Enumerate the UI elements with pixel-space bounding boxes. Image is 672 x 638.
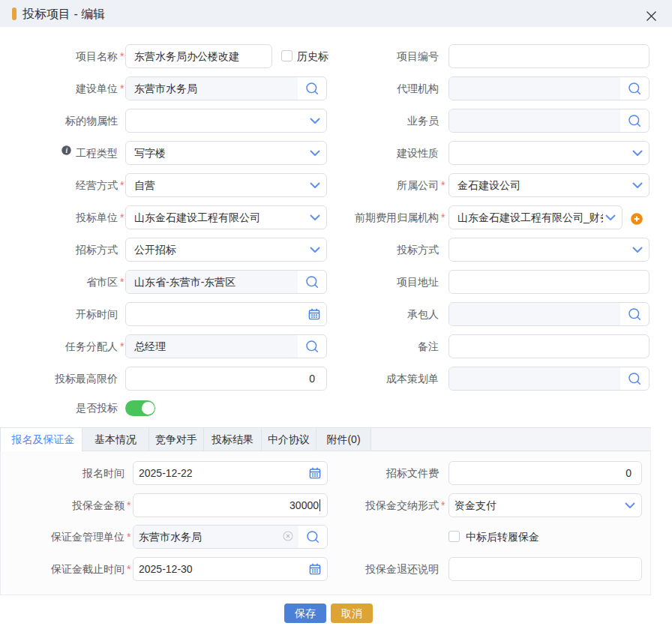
svg-text:i: i <box>65 147 68 154</box>
